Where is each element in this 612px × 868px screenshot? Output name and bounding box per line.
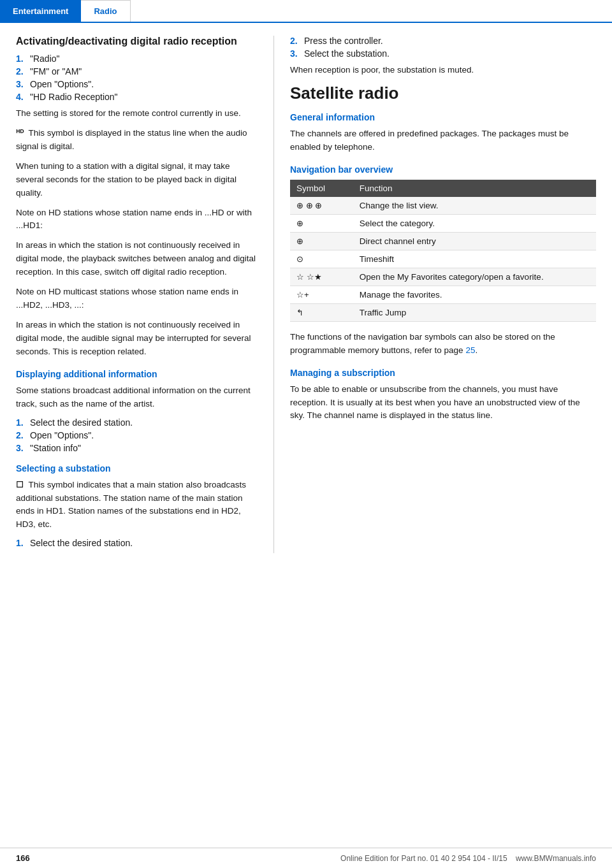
- step-text: "Radio": [30, 54, 60, 64]
- step-number: 2.: [16, 66, 30, 76]
- steps-substation-list: 1. Select the desired station.: [16, 538, 258, 548]
- tab-radio[interactable]: Radio: [81, 0, 130, 22]
- step-number: 3.: [290, 48, 304, 59]
- table-row: ⊕Direct channel entry: [290, 232, 596, 250]
- list-item: 2. Press the controller.: [290, 36, 596, 46]
- step-text: Select the substation.: [304, 48, 390, 59]
- symbol-cell: ⊕: [290, 232, 353, 250]
- navigation-bar-table: Symbol Function ⊕ ⊕ ⊕Change the list vie…: [290, 180, 596, 322]
- sub-heading-managing: Managing a subscription: [290, 368, 596, 378]
- function-cell: Open the My Favorites category/open a fa…: [353, 268, 596, 286]
- step-number: 3.: [16, 443, 30, 453]
- list-item: 1. "Radio": [16, 54, 258, 64]
- table-row: ↰Traffic Jump: [290, 303, 596, 321]
- para-9: ☐ This symbol indicates that a main stat…: [16, 479, 258, 532]
- table-row: ⊙Timeshift: [290, 250, 596, 268]
- page-link[interactable]: 25: [465, 345, 475, 355]
- table-row: ☆+Manage the favorites.: [290, 286, 596, 303]
- tab-radio-label: Radio: [94, 6, 117, 16]
- step-number: 2.: [16, 430, 30, 440]
- table-row: ⊕Select the category.: [290, 214, 596, 232]
- list-item: 4. "HD Radio Reception": [16, 92, 258, 102]
- step-text: "HD Radio Reception": [30, 92, 118, 102]
- table-row: ⊕ ⊕ ⊕Change the list view.: [290, 197, 596, 215]
- steps-main-list: 1. "Radio" 2. "FM" or "AM" 3. Open "Opti…: [16, 54, 258, 102]
- tab-entertainment-label: Entertainment: [13, 6, 68, 16]
- symbol-cell: ☆+: [290, 286, 353, 303]
- function-cell: Direct channel entry: [353, 232, 596, 250]
- symbol-cell: ⊕ ⊕ ⊕: [290, 197, 353, 215]
- step-number: 2.: [290, 36, 304, 46]
- para-1: The setting is stored for the remote con…: [16, 107, 258, 120]
- table-row: ☆ ☆★Open the My Favorites category/open …: [290, 268, 596, 286]
- step-text: Open "Options".: [30, 79, 94, 89]
- step-number: 1.: [16, 538, 30, 548]
- list-item: 2. Open "Options".: [16, 430, 258, 440]
- list-item: 3. Select the substation.: [290, 48, 596, 59]
- top-navigation: Entertainment Radio: [0, 0, 612, 23]
- right-column: 2. Press the controller. 3. Select the s…: [274, 36, 612, 553]
- step-text: "Station info": [30, 443, 81, 453]
- section-title: Activating/deactivating digital radio re…: [16, 36, 258, 47]
- step-number: 3.: [16, 79, 30, 89]
- substation-symbol: ☐: [16, 480, 24, 489]
- table-header-function: Function: [353, 180, 596, 197]
- list-item: 3. "Station info": [16, 443, 258, 453]
- step-text: Select the desired station.: [30, 538, 133, 548]
- para-7: In areas in which the station is not con…: [16, 319, 258, 359]
- function-cell: Manage the favorites.: [353, 286, 596, 303]
- para-functions: The functions of the navigation bar symb…: [290, 331, 596, 358]
- list-item: 1. Select the desired station.: [16, 417, 258, 428]
- sub-heading-2: Selecting a substation: [16, 463, 258, 474]
- function-cell: Select the category.: [353, 214, 596, 232]
- para-8: Some stations broadcast additional infor…: [16, 384, 258, 411]
- step-text: Select the desired station.: [30, 417, 133, 428]
- symbol-cell: ⊕: [290, 214, 353, 232]
- main-content: Activating/deactivating digital radio re…: [0, 23, 612, 566]
- footer-copyright: Online Edition for Part no. 01 40 2 954 …: [340, 854, 596, 863]
- page-number: 166: [16, 853, 30, 863]
- para-3: When tuning to a station with a digital …: [16, 160, 258, 200]
- function-cell: Change the list view.: [353, 197, 596, 215]
- large-title: Satellite radio: [290, 83, 596, 103]
- para-general: The channels are offered in predefined p…: [290, 127, 596, 154]
- step-number: 4.: [16, 92, 30, 102]
- para-5: In areas in which the station is not con…: [16, 239, 258, 279]
- symbol-cell: ⊙: [290, 250, 353, 268]
- para-muted: When reception is poor, the substation i…: [290, 64, 596, 77]
- para-4: Note on HD stations whose station name e…: [16, 206, 258, 233]
- steps-display-list: 1. Select the desired station. 2. Open "…: [16, 417, 258, 453]
- list-item: 3. Open "Options".: [16, 79, 258, 89]
- para-2: ᴴᴰ This symbol is displayed in the statu…: [16, 127, 258, 154]
- steps-substation-cont-list: 2. Press the controller. 3. Select the s…: [290, 36, 596, 59]
- symbol-cell: ☆ ☆★: [290, 268, 353, 286]
- table-header-symbol: Symbol: [290, 180, 353, 197]
- list-item: 2. "FM" or "AM": [16, 66, 258, 76]
- function-cell: Traffic Jump: [353, 303, 596, 321]
- list-item: 1. Select the desired station.: [16, 538, 258, 548]
- sub-heading-1: Displaying additional information: [16, 369, 258, 379]
- step-text: "FM" or "AM": [30, 66, 82, 76]
- sub-heading-nav-bar: Navigation bar overview: [290, 164, 596, 175]
- sub-heading-general: General information: [290, 112, 596, 122]
- tab-entertainment[interactable]: Entertainment: [0, 0, 81, 22]
- step-text: Press the controller.: [304, 36, 383, 46]
- para-managing: To be able to enable or unsubscribe from…: [290, 383, 596, 423]
- footer: 166 Online Edition for Part no. 01 40 2 …: [0, 848, 612, 868]
- para-6: Note on HD multicast stations whose stat…: [16, 286, 258, 312]
- step-number: 1.: [16, 417, 30, 428]
- symbol-cell: ↰: [290, 303, 353, 321]
- left-column: Activating/deactivating digital radio re…: [0, 36, 274, 553]
- step-number: 1.: [16, 54, 30, 64]
- function-cell: Timeshift: [353, 250, 596, 268]
- step-text: Open "Options".: [30, 430, 94, 440]
- hd-symbol: ᴴᴰ: [16, 128, 24, 138]
